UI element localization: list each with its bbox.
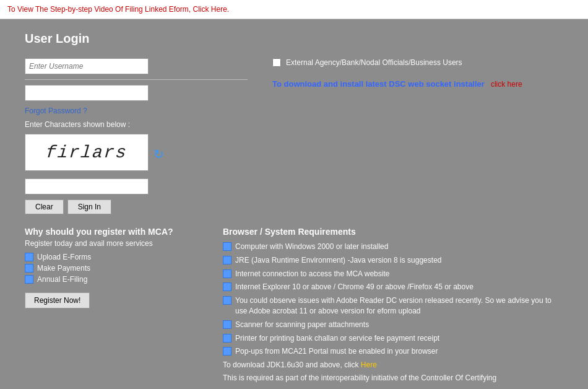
main-container: User Login Forgot Password ? Enter Chara… [0,19,588,389]
forgot-password-link[interactable]: Forgot Password ? [25,107,87,115]
top-bar: To View The Step-by-step Video Of Filing… [0,0,588,19]
list-item: Upload E-Forms [25,253,210,261]
list-icon [223,347,231,356]
register-subtitle: Register today and avail more services [25,239,210,248]
browser-item-5: You could observe issues with Adobe Read… [223,295,563,317]
left-panel: Forgot Password ? Enter Characters shown… [25,58,248,214]
register-item-3: Annual E-Filing [37,275,87,284]
dsc-text: To download and install latest DSC web s… [272,79,485,89]
divider [25,79,248,80]
clear-button[interactable]: Clear [25,199,64,214]
browser-list: Computer with Windows 2000 or later inst… [223,242,563,357]
password-input[interactable] [25,85,149,101]
captcha-label-row: Enter Characters shown below : [25,120,248,129]
browser-item-7: Printer for printing bank challan or ser… [223,333,563,344]
login-form-area: Forgot Password ? Enter Characters shown… [25,58,563,214]
button-row: Clear Sign In [25,199,248,214]
captcha-image-text: firlars [45,143,128,162]
note-text-2: This is required as part of the interope… [223,373,563,383]
notice-text: To View The Step-by-step Video Of Filing… [7,5,191,14]
bottom-section: Why should you register with MCA? Regist… [25,227,563,383]
list-icon [223,256,231,264]
register-item-1: Upload E-Forms [37,253,91,261]
register-list: Upload E-Forms Make Payments Annual E-Fi… [25,253,210,284]
browser-item-8: Pop-ups from MCA21 Portal must be enable… [223,346,563,357]
list-icon [25,253,33,261]
external-agency-checkbox[interactable] [272,58,281,67]
list-icon [223,269,231,278]
list-icon [223,282,231,291]
browser-item-4: Internet Explorer 10 or above / Chrome 4… [223,282,563,292]
external-agency-row: External Agency/Bank/Nodal Officials/Bus… [272,58,563,67]
dsc-row: To download and install latest DSC web s… [272,79,563,89]
browser-item-6: Scanner for scanning paper attachments [223,320,563,330]
list-item: Annual E-Filing [25,275,210,284]
password-row [25,85,248,101]
browser-item-1: Computer with Windows 2000 or later inst… [223,242,563,252]
captcha-label: Enter Characters shown below : [25,120,248,129]
here-link[interactable]: Here [361,361,377,369]
list-icon [223,334,231,343]
note-text-1: To download JDK1.6u30 and above, click H… [223,360,563,370]
username-input[interactable] [25,58,149,74]
browser-item-3: Internet connection to access the MCA we… [223,269,563,279]
register-item-2: Make Payments [37,264,90,273]
browser-title: Browser / System Requirements [223,227,563,237]
username-row [25,58,248,74]
login-section: User Login Forgot Password ? Enter Chara… [25,32,563,383]
list-icon [223,320,231,329]
browser-panel: Browser / System Requirements Computer w… [223,227,563,383]
dsc-link[interactable]: click here [491,80,522,89]
external-agency-label: External Agency/Bank/Nodal Officials/Bus… [286,58,462,67]
click-here-link[interactable]: Click Here. [193,5,230,14]
captcha-row: firlars ↻ [25,134,248,175]
captcha-box: firlars [25,134,149,171]
list-icon [25,275,33,284]
list-icon [25,264,33,273]
forgot-password-row: Forgot Password ? [25,106,248,115]
captcha-input-row [25,175,248,194]
list-icon [223,242,231,251]
signin-button[interactable]: Sign In [67,199,111,214]
right-panel: External Agency/Bank/Nodal Officials/Bus… [248,58,563,214]
list-icon [223,296,231,305]
register-panel: Why should you register with MCA? Regist… [25,227,210,383]
browser-item-2: JRE (Java Runtime Environment) -Java ver… [223,255,563,266]
captcha-input[interactable] [25,178,149,194]
list-item: Make Payments [25,264,210,273]
register-title: Why should you register with MCA? [25,227,210,237]
login-title: User Login [25,32,563,46]
refresh-captcha-icon[interactable]: ↻ [153,147,164,162]
register-now-button[interactable]: Register Now! [25,292,90,308]
